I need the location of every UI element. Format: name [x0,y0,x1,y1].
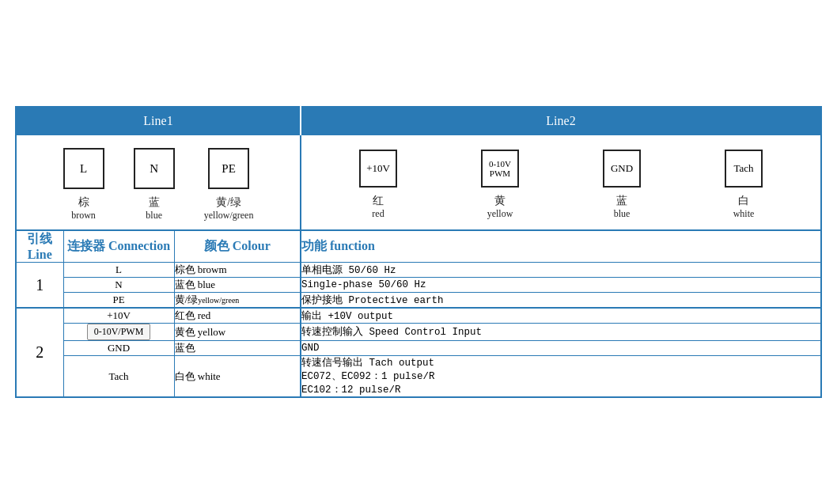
conn-GND-cell: GND [63,341,174,356]
line1-header: Line1 [16,107,301,135]
line2-diagram: +10V 红 red 0-10V PWM 黄 yellow GND 蓝 blue [301,150,820,220]
line1-row3: PE 黄/绿yellow/green 保护接地 Protective earth [16,293,821,309]
conn-cn: 连接器 [67,239,105,252]
conn-Tach-cell: Tach [63,356,174,398]
func-10V-cell: 输出 +10V output [301,308,821,324]
colour-L-cell: 棕色 browm [174,263,301,278]
box-L: L [63,148,104,189]
box-Tach: Tach [725,150,763,188]
label-en-Tach: white [733,208,755,220]
line2-row2: 0-10V/PWM 黄色 yellow 转速控制输入 Speed Control… [16,324,821,341]
box-10V: +10V [359,150,397,188]
box-PWM: 0-10V PWM [481,150,519,188]
pwm-bottom: PWM [490,169,510,178]
label-cn-L: 棕 [78,195,89,210]
col-colour: 颜色 Colour [174,230,301,263]
connector-L: L 棕 brown [63,148,104,222]
label-en-N: blue [146,210,162,222]
label-cn-PWM: 黄 [494,194,506,208]
label-en-PWM: yellow [487,208,513,220]
func-N-cell: Single-phase 50/60 Hz [301,278,821,293]
line-en: Line [28,248,52,261]
func-L-cell: 单相电源 50/60 Hz [301,263,821,278]
line-cn: 引线 [27,232,52,245]
diagram-row: L 棕 brown N 蓝 blue PE 黄/绿 yellow/green [16,135,821,231]
box-PE: PE [208,148,249,189]
func-GND-cell: GND [301,341,821,356]
label-en-L: brown [71,210,96,222]
conn-N-cell: N [63,278,174,293]
label-en-GND: blue [614,208,631,220]
line2-row1: 2 +10V 红色 red 输出 +10V output [16,308,821,324]
colour-N-cell: 蓝色 blue [174,278,301,293]
colour-Tach-cell: 白色 white [174,356,301,398]
func-PWM-cell: 转速控制输入 Speed Control Input [301,324,821,341]
col-header-row: 引线 Line 连接器 Connection 颜色 Colour 功能 func… [16,230,821,263]
func-Tach-cell: 转速信号输出 Tach output EC072、EC092：1 pulse/R… [301,356,821,398]
line2-num: 2 [16,308,63,397]
colour-cn: 颜色 [204,239,229,252]
col-connection: 连接器 Connection [63,230,174,263]
connector-Tach: Tach 白 white [725,150,763,220]
connector-10V: +10V 红 red [359,150,397,220]
connector-GND: GND 蓝 blue [603,150,641,220]
main-table: Line1 Line2 L 棕 brown N 蓝 blue PE 黄/绿 y [15,106,822,398]
pwm-top: 0-10V [489,159,511,169]
connector-N: N 蓝 blue [134,148,175,222]
colour-GND-cell: 蓝色 [174,341,301,356]
col-function: 功能 function [301,230,821,263]
func-en: function [330,239,375,252]
func-cn: 功能 [301,239,327,252]
label-cn-PE: 黄/绿 [216,195,241,210]
conn-en: Connection [108,239,170,252]
colour-10V-cell: 红色 red [174,308,301,324]
label-cn-Tach: 白 [738,194,749,208]
label-cn-GND: 蓝 [616,194,627,208]
colour-en: Colour [233,239,271,252]
colour-PWM-cell: 黄色 yellow [174,324,301,341]
label-cn-N: 蓝 [149,195,160,210]
line2-row3: GND 蓝色 GND [16,341,821,356]
label-cn-10V: 红 [373,194,384,208]
pwm-box-inline: 0-10V/PWM [87,324,151,340]
line2-row4: Tach 白色 white 转速信号输出 Tach output EC072、E… [16,356,821,398]
line1-diagram: L 棕 brown N 蓝 blue PE 黄/绿 yellow/green [17,148,300,222]
conn-PE-cell: PE [63,293,174,309]
line2-diagram-cell: +10V 红 red 0-10V PWM 黄 yellow GND 蓝 blue [301,135,821,231]
line1-row2: N 蓝色 blue Single-phase 50/60 Hz [16,278,821,293]
line1-diagram-cell: L 棕 brown N 蓝 blue PE 黄/绿 yellow/green [16,135,301,231]
label-en-10V: red [372,208,384,220]
connector-PWM: 0-10V PWM 黄 yellow [481,150,519,220]
line2-header: Line2 [301,107,821,135]
col-line: 引线 Line [16,230,63,263]
func-PE-cell: 保护接地 Protective earth [301,293,821,309]
conn-10V-cell: +10V [63,308,174,324]
connector-PE: PE 黄/绿 yellow/green [204,148,254,222]
box-N: N [134,148,175,189]
header-row: Line1 Line2 [16,107,821,135]
label-en-PE: yellow/green [204,210,254,222]
conn-PWM-cell: 0-10V/PWM [63,324,174,341]
colour-PE-cell: 黄/绿yellow/green [174,293,301,309]
box-GND: GND [603,150,641,188]
line1-row1: 1 L 棕色 browm 单相电源 50/60 Hz [16,263,821,278]
line1-num: 1 [16,263,63,309]
conn-L-cell: L [63,263,174,278]
